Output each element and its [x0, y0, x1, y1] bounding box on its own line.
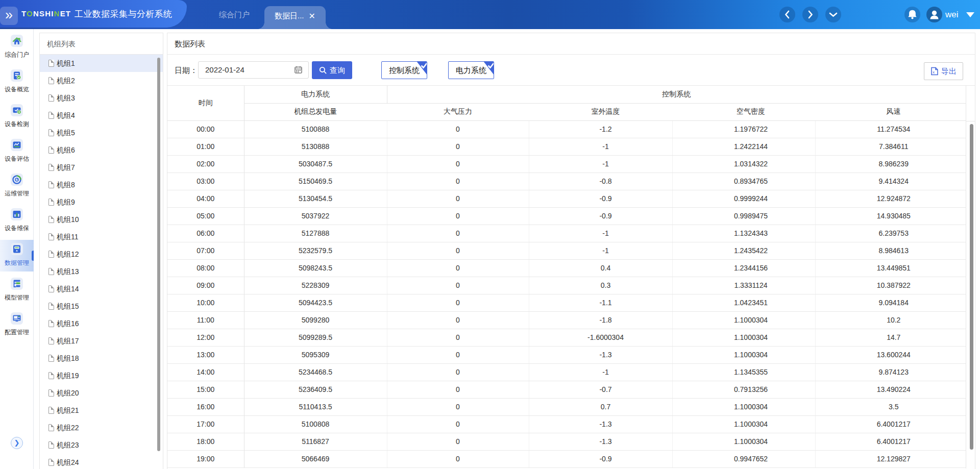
svg-text:x: x: [933, 70, 935, 75]
